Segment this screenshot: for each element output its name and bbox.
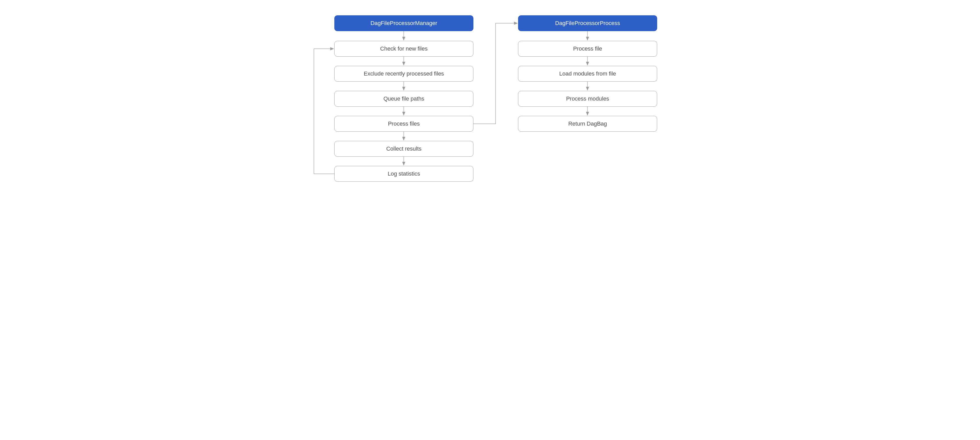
left-step-log-statistics: Log statistics — [334, 166, 473, 182]
left-step-collect-results: Collect results — [334, 141, 473, 157]
right-header: DagFileProcessorProcess — [518, 15, 657, 31]
left-step-check-new-files: Check for new files — [334, 41, 473, 57]
right-step-return-dagbag: Return DagBag — [518, 116, 657, 132]
left-step-queue-file-paths: Queue file paths — [334, 91, 473, 107]
left-header: DagFileProcessorManager — [334, 15, 473, 31]
right-step-process-file: Process file — [518, 41, 657, 57]
right-step-load-modules: Load modules from file — [518, 66, 657, 82]
arrow-loop-back — [314, 49, 334, 174]
left-step-process-files: Process files — [334, 116, 473, 132]
arrow-process-files-to-right-header — [473, 23, 517, 124]
flowchart-diagram: DagFileProcessorManager Check for new fi… — [296, 10, 684, 194]
left-step-exclude-recently-processed: Exclude recently processed files — [334, 66, 473, 82]
right-step-process-modules: Process modules — [518, 91, 657, 107]
